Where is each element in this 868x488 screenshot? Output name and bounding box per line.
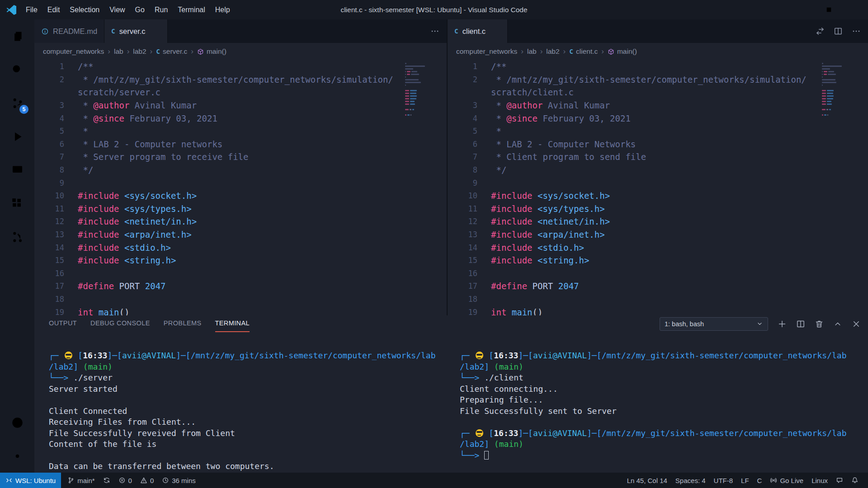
status-go-live[interactable]: Go Live bbox=[766, 473, 807, 488]
window-maximize-button[interactable] bbox=[816, 0, 842, 19]
status-timer[interactable]: 36 mins bbox=[158, 473, 200, 488]
status-errors[interactable]: 0 bbox=[114, 473, 136, 488]
menu-view[interactable]: View bbox=[104, 0, 130, 19]
client-terminal[interactable]: ┌─ [16:33]─[avii@AVINAL]─[/mnt/z/my_git/… bbox=[447, 332, 868, 473]
menu-terminal[interactable]: Terminal bbox=[173, 0, 210, 19]
info-icon bbox=[41, 28, 49, 35]
code-line: 8 */ bbox=[448, 164, 868, 177]
panel-tab-output[interactable]: OUTPUT bbox=[49, 315, 77, 332]
code-line: 12#include <netinet/in.h> bbox=[34, 215, 447, 228]
menu-go[interactable]: Go bbox=[130, 0, 150, 19]
chevron-up-icon[interactable] bbox=[833, 319, 842, 328]
window-minimize-button[interactable] bbox=[789, 0, 816, 19]
code-line: 4 * @since February 03, 2021 bbox=[448, 112, 868, 125]
split-terminal-icon[interactable] bbox=[796, 319, 805, 328]
code-line: 15#include <string.h> bbox=[448, 254, 868, 267]
chevron-right-icon: › bbox=[601, 47, 604, 56]
menu-file[interactable]: File bbox=[21, 0, 42, 19]
tab-server.c[interactable]: Cserver.c bbox=[104, 19, 168, 43]
window-close-button[interactable] bbox=[842, 0, 868, 19]
remote-icon bbox=[5, 477, 13, 484]
server-terminal[interactable]: ┌─ [16:33]─[avii@AVINAL]─[/mnt/z/my_git/… bbox=[34, 332, 447, 473]
code-editor[interactable]: 1/**2 * /mnt/z/my_git/sixth-semester/com… bbox=[448, 60, 868, 315]
activity-explorer[interactable] bbox=[0, 19, 34, 53]
more-actions-icon[interactable] bbox=[852, 27, 861, 36]
breadcrumb-item[interactable]: Cclient.c bbox=[569, 47, 598, 56]
panel-tab-debug-console[interactable]: DEBUG CONSOLE bbox=[90, 315, 150, 332]
warning-icon bbox=[140, 477, 147, 484]
menu-run[interactable]: Run bbox=[150, 0, 173, 19]
status-errors-label: 0 bbox=[128, 477, 132, 484]
chevron-right-icon: › bbox=[191, 47, 193, 56]
status-encoding[interactable]: UTF-8 bbox=[710, 473, 737, 488]
minimap[interactable] bbox=[405, 62, 426, 116]
code-line: 7 * Client program to send file bbox=[448, 150, 868, 164]
split-editor-icon[interactable] bbox=[834, 27, 843, 36]
breadcrumb-item[interactable]: main() bbox=[197, 47, 226, 56]
terminal-picker[interactable]: 1: bash, bash bbox=[660, 317, 768, 331]
minimap[interactable] bbox=[822, 62, 843, 116]
status-branch-label: main* bbox=[77, 477, 94, 484]
panel-tab-terminal[interactable]: TERMINAL bbox=[215, 315, 250, 332]
close-icon[interactable] bbox=[852, 319, 861, 328]
chevron-right-icon: › bbox=[127, 47, 130, 56]
breadcrumb-item[interactable]: main() bbox=[608, 47, 637, 56]
status-remote-os[interactable]: Linux bbox=[807, 473, 832, 488]
window-controls bbox=[789, 0, 868, 19]
status-remote[interactable]: WSL: Ubuntu bbox=[0, 473, 61, 488]
new-terminal-icon[interactable] bbox=[778, 319, 787, 328]
code-line: 13#include <arpa/inet.h> bbox=[448, 228, 868, 241]
breadcrumb-item[interactable]: lab2 bbox=[133, 47, 146, 56]
title-bar: FileEditSelectionViewGoRunTerminalHelp c… bbox=[0, 0, 868, 19]
tab-bar: Cclient.c bbox=[448, 19, 868, 43]
status-indentation[interactable]: Spaces: 4 bbox=[671, 473, 710, 488]
status-cursor-position[interactable]: Ln 45, Col 14 bbox=[623, 473, 671, 488]
status-remote-label: WSL: Ubuntu bbox=[15, 477, 56, 484]
breadcrumb-item[interactable]: computer_networks bbox=[456, 47, 517, 56]
open-changes-icon[interactable] bbox=[816, 27, 825, 36]
close-icon[interactable] bbox=[493, 28, 500, 35]
code-line: 11#include <sys/types.h> bbox=[448, 202, 868, 216]
breadcrumb-item[interactable]: lab bbox=[114, 47, 123, 56]
code-line: 17#define PORT 2047 bbox=[448, 280, 868, 293]
breadcrumb-item[interactable]: computer_networks bbox=[43, 47, 104, 56]
status-notifications[interactable] bbox=[847, 473, 863, 488]
menu-help[interactable]: Help bbox=[210, 0, 235, 19]
activity-manage[interactable] bbox=[0, 439, 34, 473]
status-feedback[interactable] bbox=[832, 473, 847, 488]
menu-edit[interactable]: Edit bbox=[42, 0, 65, 19]
editor-split-sash[interactable] bbox=[447, 19, 448, 315]
sync-icon bbox=[103, 477, 110, 484]
activity-accounts[interactable] bbox=[0, 406, 34, 439]
status-sync[interactable] bbox=[99, 473, 114, 488]
tab-client.c[interactable]: Cclient.c bbox=[448, 19, 508, 43]
status-warnings[interactable]: 0 bbox=[136, 473, 158, 488]
kill-terminal-icon[interactable] bbox=[815, 319, 824, 328]
bell-icon bbox=[851, 477, 859, 484]
activity-remote-explorer[interactable] bbox=[0, 153, 34, 187]
status-eol[interactable]: LF bbox=[737, 473, 753, 488]
panel-tab-problems[interactable]: PROBLEMS bbox=[164, 315, 202, 332]
symbol-icon bbox=[197, 48, 204, 55]
code-line: 18 bbox=[448, 293, 868, 306]
code-line: 12#include <netinet/in.h> bbox=[448, 215, 868, 228]
status-language-mode[interactable]: C bbox=[753, 473, 766, 488]
breadcrumb-item[interactable]: Cserver.c bbox=[156, 47, 187, 56]
activity-github-pull-requests[interactable] bbox=[0, 220, 34, 253]
activity-source-control[interactable]: 5 bbox=[0, 86, 34, 120]
activity-bar: 5 bbox=[0, 19, 34, 473]
code-line: scratch/server.c bbox=[34, 86, 447, 99]
status-branch[interactable]: main* bbox=[63, 473, 99, 488]
activity-search[interactable] bbox=[0, 53, 34, 86]
activity-run-and-debug[interactable] bbox=[0, 120, 34, 153]
vscode-logo-icon bbox=[5, 4, 17, 16]
status-remote-os-label: Linux bbox=[811, 477, 828, 484]
tab-README.md[interactable]: README.md bbox=[34, 19, 104, 43]
close-icon[interactable] bbox=[153, 28, 160, 35]
breadcrumb-item[interactable]: lab2 bbox=[546, 47, 559, 56]
more-actions-icon[interactable] bbox=[430, 27, 439, 36]
menu-selection[interactable]: Selection bbox=[65, 0, 104, 19]
code-editor[interactable]: 1/**2 * /mnt/z/my_git/sixth-semester/com… bbox=[34, 60, 447, 315]
breadcrumb-item[interactable]: lab bbox=[527, 47, 537, 56]
activity-extensions[interactable] bbox=[0, 187, 34, 220]
